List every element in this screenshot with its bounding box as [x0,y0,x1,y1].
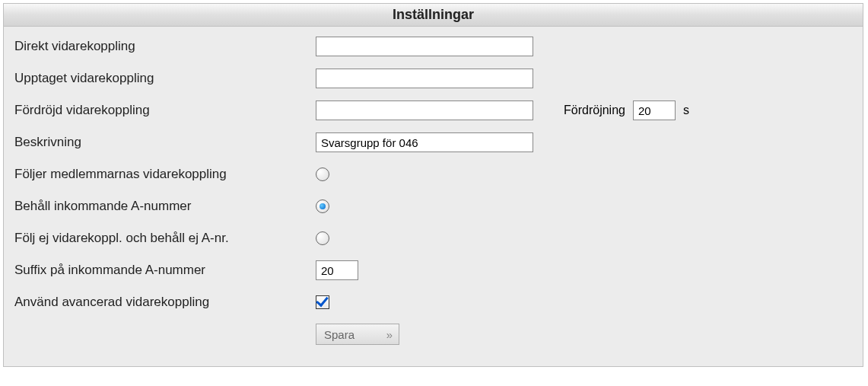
label-busy-forward: Upptaget vidarekoppling [14,71,316,86]
row-use-advanced: Använd avancerad vidarekoppling [14,292,852,313]
label-delay-unit: s [683,104,689,117]
label-direct-forward: Direkt vidarekoppling [14,39,316,54]
radio-follow-members[interactable] [316,167,329,181]
label-description: Beskrivning [14,135,316,150]
radio-no-follow-no-keep[interactable] [316,231,329,245]
label-follow-members: Följer medlemmarnas vidarekoppling [14,167,316,182]
chevron-right-icon: » [386,328,391,341]
row-keep-anumber: Behåll inkommande A-nummer [14,196,852,217]
label-no-follow-no-keep: Följ ej vidarekoppl. och behåll ej A-nr. [14,231,316,246]
row-delayed-forward: Fördröjd vidarekoppling Fördröjning s [14,100,852,121]
label-delay: Fördröjning [564,104,625,117]
input-delayed-forward[interactable] [316,100,533,120]
input-description[interactable] [316,132,533,152]
label-use-advanced: Använd avancerad vidarekoppling [14,295,316,310]
row-busy-forward: Upptaget vidarekoppling [14,68,852,89]
row-direct-forward: Direkt vidarekoppling [14,36,852,57]
label-suffix: Suffix på inkommande A-nummer [14,263,316,278]
row-suffix: Suffix på inkommande A-nummer [14,260,852,281]
checkbox-use-advanced[interactable] [316,295,329,309]
radio-keep-anumber[interactable] [316,199,329,213]
input-delay[interactable] [633,100,676,120]
row-follow-members: Följer medlemmarnas vidarekoppling [14,164,852,185]
input-suffix[interactable] [316,260,358,280]
panel-body: Direkt vidarekoppling Upptaget vidarekop… [4,27,863,366]
panel-title: Inställningar [4,4,863,27]
row-no-follow-no-keep: Följ ej vidarekoppl. och behåll ej A-nr. [14,228,852,249]
input-direct-forward[interactable] [316,37,533,56]
row-save: Spara » [14,324,852,345]
label-keep-anumber: Behåll inkommande A-nummer [14,199,316,214]
delay-group: Fördröjning s [564,100,689,120]
save-button-label: Spara [324,328,355,341]
label-delayed-forward: Fördröjd vidarekoppling [14,103,316,118]
row-description: Beskrivning [14,132,852,153]
input-busy-forward[interactable] [316,69,533,88]
save-button[interactable]: Spara » [316,324,399,345]
settings-panel: Inställningar Direkt vidarekoppling Uppt… [3,3,863,367]
